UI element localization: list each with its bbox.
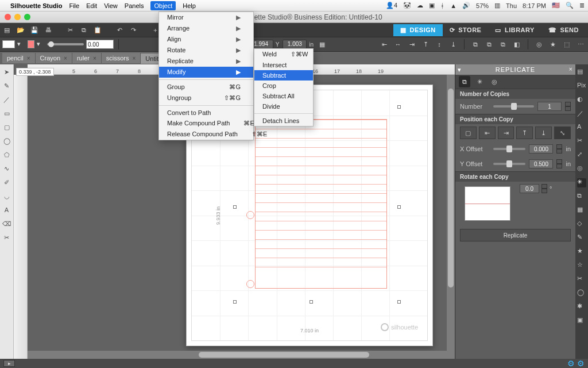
nav-design[interactable]: ▦DESIGN bbox=[393, 24, 443, 36]
rhinestone-panel-icon[interactable]: ◇ bbox=[577, 220, 586, 229]
modify-panel-icon[interactable]: ⧉ bbox=[577, 192, 586, 201]
nesting-panel-icon[interactable]: ▦ bbox=[577, 206, 586, 215]
subtract-item[interactable]: Subtract bbox=[254, 70, 313, 80]
y-value[interactable]: 1.003 bbox=[283, 40, 307, 49]
crop-item[interactable]: Crop bbox=[254, 80, 313, 91]
arrange-item[interactable]: Arrange▶ bbox=[159, 23, 253, 34]
ungroup-item[interactable]: Ungroup⇧⌘G bbox=[159, 93, 253, 103]
rotate-item[interactable]: Rotate▶ bbox=[159, 45, 253, 56]
copy-icon[interactable]: ⧉ bbox=[79, 25, 88, 34]
selection-handle[interactable] bbox=[233, 205, 237, 209]
selection-handle[interactable] bbox=[397, 205, 401, 209]
app-menu[interactable]: Silhouette Studio bbox=[10, 2, 62, 9]
new-icon[interactable]: ▤ bbox=[2, 25, 11, 34]
view-menu[interactable]: View bbox=[104, 2, 118, 9]
rectangle-tool-icon[interactable]: ▭ bbox=[2, 108, 12, 118]
nav-send[interactable]: ☎SEND bbox=[541, 24, 586, 36]
ellipse-tool-icon[interactable]: ◯ bbox=[2, 136, 12, 146]
modify-item[interactable]: Modify▶ bbox=[159, 67, 253, 78]
knife-tool-icon[interactable]: ✂ bbox=[2, 232, 12, 243]
line-tool-icon[interactable]: ／ bbox=[2, 94, 12, 105]
fill-picker-icon[interactable]: ▾ bbox=[17, 40, 25, 48]
align-center-icon[interactable]: ↔ bbox=[393, 39, 403, 49]
detach-lines-item[interactable]: Detach Lines bbox=[254, 116, 313, 126]
x-stepper[interactable] bbox=[556, 144, 562, 154]
selection-handle[interactable] bbox=[397, 105, 401, 109]
align-right-icon[interactable]: ⇥ bbox=[407, 39, 417, 49]
star2-panel-icon[interactable]: ☆ bbox=[577, 261, 586, 270]
intersect-item[interactable]: Intersect bbox=[254, 60, 313, 70]
y-stepper[interactable] bbox=[556, 159, 562, 168]
edit-points-tool-icon[interactable]: ✎ bbox=[2, 80, 12, 91]
curve-tool-icon[interactable]: ∿ bbox=[2, 163, 12, 174]
dir-up-icon[interactable]: ⤒ bbox=[516, 126, 533, 139]
arc-tool-icon[interactable]: ◡ bbox=[2, 191, 12, 201]
x-offset-slider[interactable] bbox=[493, 148, 525, 150]
selection-handle[interactable] bbox=[233, 300, 237, 304]
file-menu[interactable]: File bbox=[69, 2, 79, 9]
design-shape[interactable] bbox=[255, 119, 387, 289]
group-item[interactable]: Group⌘G bbox=[159, 82, 253, 93]
fill-panel-icon[interactable]: ◐ bbox=[577, 95, 586, 105]
dir-right-icon[interactable]: ⇥ bbox=[498, 126, 514, 139]
nav-store[interactable]: ⟳STORE bbox=[443, 24, 489, 36]
selection-handle[interactable] bbox=[310, 300, 313, 304]
settings-gear-icon[interactable]: ⚙ ⚙ bbox=[567, 359, 585, 368]
replicate-grid-icon[interactable]: ⧉ bbox=[498, 39, 508, 49]
close-tab-icon[interactable]: × bbox=[27, 55, 30, 62]
align-middle-icon[interactable]: ↕ bbox=[434, 39, 444, 49]
selection-handle[interactable] bbox=[397, 300, 401, 304]
offset-panel-icon[interactable]: ◎ bbox=[577, 164, 586, 174]
open-icon[interactable]: 📂 bbox=[16, 25, 25, 34]
star-icon[interactable]: ★ bbox=[548, 39, 558, 49]
make-compound-item[interactable]: Make Compound Path⌘E bbox=[159, 118, 253, 129]
number-value[interactable]: 1 bbox=[537, 102, 562, 111]
eraser-tool-icon[interactable]: ⌫ bbox=[2, 218, 12, 229]
zoom-window[interactable] bbox=[24, 14, 30, 20]
page-setup-icon[interactable]: ▤ bbox=[577, 68, 586, 77]
align-bottom-icon[interactable]: ⤓ bbox=[448, 39, 458, 49]
align-item[interactable]: Align▶ bbox=[159, 34, 253, 45]
undo-icon[interactable]: ↶ bbox=[115, 25, 124, 34]
dir-left-icon[interactable]: ⇤ bbox=[479, 126, 496, 139]
circle-panel-icon[interactable]: ◯ bbox=[577, 289, 586, 298]
scrollbar-horizontal[interactable] bbox=[28, 351, 455, 359]
transform-panel-icon[interactable]: ⤢ bbox=[577, 151, 586, 160]
panels-menu[interactable]: Panels bbox=[125, 2, 144, 9]
freehand-tool-icon[interactable]: ✐ bbox=[2, 177, 12, 187]
panel-tab-object-icon[interactable]: ◎ bbox=[489, 76, 500, 87]
panel-tab-advanced-icon[interactable]: ✳ bbox=[474, 76, 485, 87]
close-tab-icon[interactable]: × bbox=[64, 55, 67, 62]
dir-center-icon[interactable]: ▢ bbox=[460, 126, 477, 139]
align-left-icon[interactable]: ⇤ bbox=[379, 39, 389, 49]
save-icon[interactable]: 💾 bbox=[30, 25, 39, 34]
number-slider[interactable] bbox=[493, 105, 534, 108]
select-tool-icon[interactable]: ➤ bbox=[2, 67, 12, 77]
subtract-all-item[interactable]: Subtract All bbox=[254, 91, 313, 101]
trace-panel-icon[interactable]: ✂ bbox=[577, 137, 586, 146]
paste-icon[interactable]: 📋 bbox=[93, 25, 102, 34]
convert-path-item[interactable]: Convert to Path bbox=[159, 108, 253, 118]
number-stepper[interactable] bbox=[565, 102, 571, 111]
rotate-stepper[interactable] bbox=[541, 184, 547, 193]
divide-item[interactable]: Divide bbox=[254, 101, 313, 112]
replicate-button[interactable]: Replicate bbox=[460, 229, 571, 241]
help-menu[interactable]: Help bbox=[183, 2, 196, 9]
edit-menu[interactable]: Edit bbox=[86, 2, 97, 9]
knife-panel-icon[interactable]: ✂ bbox=[577, 275, 586, 284]
line-picker-icon[interactable]: ▾ bbox=[37, 40, 45, 48]
line-panel-icon[interactable]: ／ bbox=[577, 109, 586, 118]
panel-tab-basic-icon[interactable]: ⧉ bbox=[459, 76, 470, 87]
notification-center-icon[interactable]: ≣ bbox=[579, 2, 585, 9]
nest-icon[interactable]: ◧ bbox=[512, 39, 522, 49]
panel-close-icon[interactable]: × bbox=[569, 66, 573, 72]
line-swatch[interactable] bbox=[28, 40, 34, 48]
hole-shape[interactable] bbox=[246, 280, 254, 288]
opacity-input[interactable] bbox=[86, 40, 114, 49]
release-compound-item[interactable]: Release Compound Path⇧⌘E bbox=[159, 129, 253, 140]
text-panel-icon[interactable]: A bbox=[577, 123, 586, 132]
y-offset-slider[interactable] bbox=[493, 163, 525, 165]
cube-icon[interactable]: ⬚ bbox=[562, 39, 572, 49]
sketch-panel-icon[interactable]: ✎ bbox=[577, 233, 586, 243]
nav-library[interactable]: ▭LIBRARY bbox=[488, 24, 541, 36]
